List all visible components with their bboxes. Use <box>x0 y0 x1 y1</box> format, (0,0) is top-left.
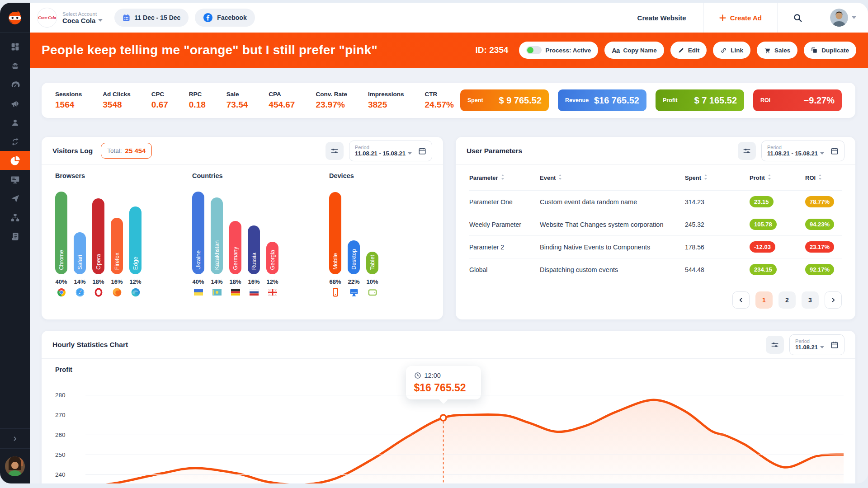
profit-badge: -12.03 <box>750 241 775 253</box>
main-content: Sessions1564Ad Clicks3548CPC0.67RPC0.18S… <box>30 68 868 483</box>
kpi-stats: Sessions1564Ad Clicks3548CPC0.67RPC0.18S… <box>55 91 454 110</box>
pagination-prev[interactable] <box>732 291 750 309</box>
sort-icon <box>501 174 505 181</box>
sidebar-item-messages-send[interactable] <box>0 189 30 208</box>
visitors-bar-charts: Browsers Chrome 40% Safari 14% Opera 18%… <box>42 165 443 297</box>
bar-kazakhstan: Kazakhstan 14% <box>211 190 223 297</box>
process-toggle[interactable] <box>526 46 542 54</box>
sort-icon <box>558 174 562 181</box>
user-avatar <box>830 9 848 27</box>
bar-edge: Edge 12% <box>129 190 142 297</box>
sidebar-item-statistics-pie[interactable] <box>0 151 30 170</box>
caret-down-icon <box>408 152 412 155</box>
copy-name-button[interactable]: AaCopy Name <box>604 42 664 59</box>
hourly-period-selector[interactable]: Period 11.08.21 <box>789 334 844 355</box>
edge-icon <box>131 288 140 297</box>
pagination-page-3[interactable]: 3 <box>802 291 819 309</box>
account-selector[interactable]: Select Account Coca Cola <box>62 11 103 24</box>
table-row[interactable]: Parameter One Custom event data random n… <box>469 190 842 213</box>
bar-firefox: Firefox 16% <box>111 190 123 297</box>
profit-badge: 105.78 <box>750 219 777 230</box>
process-toggle-button[interactable]: Process: Active <box>519 42 598 59</box>
sidebar-item-structure-sitemap[interactable] <box>0 208 30 227</box>
visitors-log-title: Visitors Log <box>52 147 93 155</box>
caret-down-icon <box>820 346 824 349</box>
sidebar-item-performance-gauge[interactable] <box>0 75 30 94</box>
column-profit[interactable]: Profit <box>750 174 805 181</box>
params-period-selector[interactable]: Period 11.08.21 - 15.08.21 <box>761 141 844 161</box>
bar-chrome: Chrome 40% <box>55 190 67 297</box>
flag-kazakhstan-icon <box>212 288 222 297</box>
pencil-icon <box>678 47 684 54</box>
aa-icon: Aa <box>612 47 619 54</box>
user-parameters-panel: User Parameters Period 11.08.21 - 15.08.… <box>456 137 855 319</box>
chart-tooltip: 12:00 $16 765.52 <box>406 366 481 399</box>
sidebar <box>0 3 30 483</box>
y-axis-tick: 260 <box>55 432 77 438</box>
firefox-icon <box>113 288 122 297</box>
bar-georgia: Georgia 12% <box>266 190 278 297</box>
profit-line-chart <box>85 387 844 483</box>
roi-badge: 78.77% <box>805 196 834 207</box>
bar-ukraine: Ukraine 40% <box>192 190 204 297</box>
filter-sliders-icon <box>743 147 751 155</box>
user-menu[interactable] <box>818 9 868 27</box>
sidebar-item-dashboard[interactable] <box>0 37 30 56</box>
sidebar-item-campaigns-megaphone[interactable] <box>0 94 30 113</box>
pagination: 123 <box>456 291 855 319</box>
table-row[interactable]: Global Dispatching custom events 544.48 … <box>469 258 842 281</box>
column-roi[interactable]: ROI <box>805 174 842 181</box>
gridline <box>85 415 844 415</box>
sidebar-item-users[interactable] <box>0 113 30 132</box>
visitors-filter-button[interactable] <box>326 142 344 160</box>
column-event[interactable]: Event <box>540 174 685 181</box>
table-row[interactable]: Parameter 2 Binding Native Events to Com… <box>469 235 842 258</box>
stat-cpa: CPA454.67 <box>269 91 295 110</box>
chart-marker[interactable] <box>440 415 446 421</box>
column-parameter[interactable]: Parameter <box>469 174 540 181</box>
sidebar-item-reports-monitor[interactable] <box>0 170 30 189</box>
card-profit: Profit$ 7 165.52 <box>656 89 744 111</box>
hourly-filter-button[interactable] <box>766 336 784 354</box>
channel-facebook-button[interactable]: Facebook <box>195 9 255 27</box>
pagination-page-1[interactable]: 1 <box>755 291 773 309</box>
coca-cola-logo: Coca-Cola <box>37 8 57 28</box>
search-icon <box>793 13 802 23</box>
pagination-page-2[interactable]: 2 <box>778 291 796 309</box>
search-button[interactable] <box>778 13 818 23</box>
calendar-icon <box>830 341 839 349</box>
date-range-text: 11 Dec - 15 Dec <box>134 14 180 21</box>
table-header: ParameterEventSpentProfitROI <box>469 165 842 190</box>
create-website-link[interactable]: Create Website <box>620 14 703 22</box>
y-axis-tick: 280 <box>55 392 77 399</box>
calendar-icon <box>123 14 130 22</box>
campaign-id: ID: 2354 <box>476 45 509 55</box>
card-spent: Spent$ 9 765.52 <box>460 89 549 111</box>
ninja-logo-icon[interactable] <box>0 3 30 33</box>
sidebar-item-logs-scroll[interactable] <box>0 227 30 246</box>
secondary-avatar[interactable] <box>0 448 30 483</box>
link-button[interactable]: Link <box>713 42 750 59</box>
clock-icon <box>414 372 421 379</box>
bar-desktop: Desktop 22% <box>348 190 360 297</box>
create-ad-button[interactable]: Create Ad <box>704 14 777 22</box>
column-spent[interactable]: Spent <box>685 174 750 181</box>
sales-button[interactable]: Sales <box>757 42 797 59</box>
profit-badge: 234.15 <box>750 264 777 275</box>
tablet-icon <box>368 288 377 297</box>
sidebar-item-automation-sync[interactable] <box>0 132 30 151</box>
channel-label: Facebook <box>217 14 246 21</box>
campaign-title: People keep telling me "orange" but I st… <box>42 43 377 57</box>
date-range-picker[interactable]: 11 Dec - 15 Dec <box>114 9 189 27</box>
safari-icon <box>75 288 85 297</box>
pagination-next[interactable] <box>825 291 842 309</box>
mobile-icon <box>331 288 340 297</box>
edit-button[interactable]: Edit <box>670 42 707 59</box>
sidebar-collapse-chevron-icon[interactable] <box>0 428 30 448</box>
visitors-period-selector[interactable]: Period 11.08.21 - 15.08.21 <box>349 141 432 161</box>
duplicate-button[interactable]: Duplicate <box>804 42 856 59</box>
table-row[interactable]: Weekly Parameter Website That Changes sy… <box>469 213 842 235</box>
gridline <box>85 435 844 435</box>
params-filter-button[interactable] <box>738 142 756 160</box>
sidebar-item-ninja-account[interactable] <box>0 56 30 75</box>
